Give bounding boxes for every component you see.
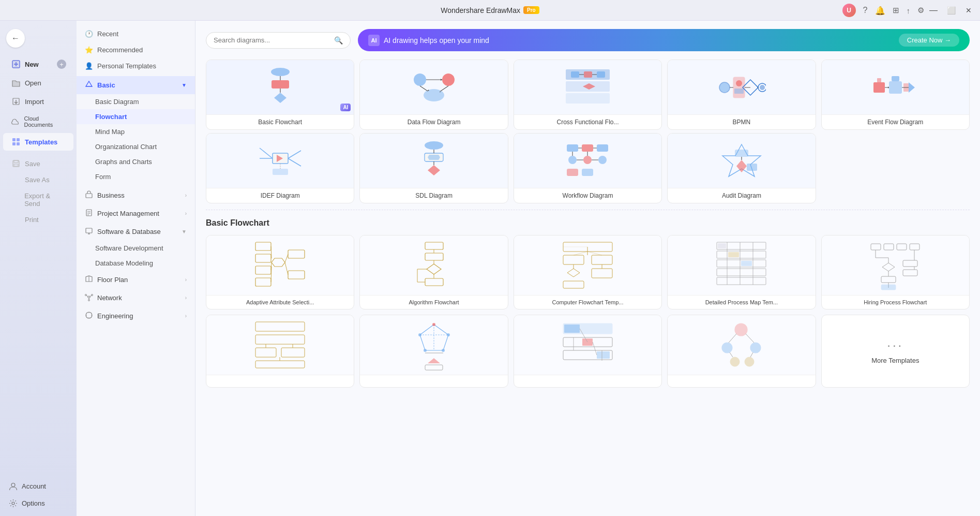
cat-sub-database-label: Database Modeling bbox=[95, 259, 153, 267]
cat-sub-flowchart[interactable]: Flowchart bbox=[77, 109, 195, 124]
template-card-more[interactable]: ··· More Templates bbox=[821, 315, 970, 388]
svg-rect-112 bbox=[255, 242, 271, 250]
diagram-card-idef[interactable]: IDEF Diagram bbox=[206, 133, 354, 203]
sidebar-item-save-as[interactable]: Save As bbox=[3, 172, 73, 187]
template-card-algorithm[interactable]: Algorithm Flowchart bbox=[359, 235, 508, 309]
template-label-algorithm: Algorithm Flowchart bbox=[360, 295, 507, 309]
svg-point-13 bbox=[12, 502, 14, 505]
sidebar-item-account[interactable]: Account bbox=[0, 478, 77, 495]
cat-floor-label: Floor Plan bbox=[97, 276, 128, 284]
cat-sub-form[interactable]: Form bbox=[77, 169, 195, 184]
ai-banner[interactable]: AI AI drawing helps open your mind Creat… bbox=[358, 29, 970, 51]
diagram-card-audit[interactable]: Audit Diagram bbox=[667, 133, 816, 203]
search-icon: 🔍 bbox=[334, 36, 343, 45]
sidebar-item-new[interactable]: New + bbox=[3, 55, 73, 73]
template-card-hiring[interactable]: Hiring Process Flowchart bbox=[821, 235, 970, 309]
sidebar-export-label: Export & Send bbox=[24, 192, 66, 208]
maximize-button[interactable]: ⬜ bbox=[943, 2, 959, 19]
cat-item-floor[interactable]: Floor Plan › bbox=[77, 271, 195, 289]
template-card-row2-2[interactable] bbox=[359, 315, 508, 388]
template-card-row2-4[interactable] bbox=[667, 315, 816, 388]
sidebar-item-print[interactable]: Print bbox=[3, 212, 73, 227]
svg-rect-52 bbox=[566, 93, 610, 104]
settings-icon[interactable]: ⚙ bbox=[917, 6, 924, 15]
search-input[interactable] bbox=[214, 36, 330, 44]
close-button[interactable]: ✕ bbox=[960, 2, 977, 19]
cat-item-personal[interactable]: 👤 Personal Templates bbox=[77, 58, 195, 74]
svg-marker-90 bbox=[428, 155, 440, 160]
svg-rect-158 bbox=[871, 244, 881, 250]
cat-sub-graphs[interactable]: Graphs and Charts bbox=[77, 154, 195, 169]
import-icon bbox=[10, 97, 22, 106]
sidebar: ← New + Open Import bbox=[0, 21, 77, 516]
svg-rect-126 bbox=[425, 253, 443, 260]
cat-item-business[interactable]: Business › bbox=[77, 186, 195, 204]
cat-sub-mind-map-label: Mind Map bbox=[95, 128, 125, 136]
back-button[interactable]: ← bbox=[0, 25, 77, 52]
plus-button[interactable]: + bbox=[57, 60, 66, 69]
template-label-row2-4 bbox=[668, 375, 815, 382]
network-chevron-icon: › bbox=[185, 295, 187, 301]
search-box[interactable]: 🔍 bbox=[206, 32, 351, 49]
svg-point-42 bbox=[442, 73, 455, 86]
diagram-card-workflow[interactable]: Workflow Diagram bbox=[514, 133, 662, 203]
diagram-card-bpmn[interactable]: BPMN bbox=[667, 60, 816, 130]
cat-item-software[interactable]: Software & Database ▼ bbox=[77, 223, 195, 241]
sidebar-item-export[interactable]: Export & Send bbox=[3, 188, 73, 211]
svg-rect-117 bbox=[288, 250, 305, 258]
template-card-computer-flowchart[interactable]: Computer Flowchart Temp... bbox=[514, 235, 662, 309]
diagram-card-data-flow[interactable]: Data Flow Diagram bbox=[359, 60, 508, 130]
svg-rect-151 bbox=[717, 277, 766, 285]
diagram-card-img-bpmn bbox=[668, 60, 815, 114]
sidebar-item-import[interactable]: Import bbox=[3, 93, 73, 110]
apps-icon[interactable]: ⊞ bbox=[893, 6, 899, 15]
project-icon bbox=[85, 209, 93, 218]
template-card-adaptive[interactable]: Adaptive Attribute Selecti... bbox=[206, 235, 354, 309]
template-card-img-row2-2 bbox=[360, 315, 507, 375]
svg-point-208 bbox=[745, 357, 754, 366]
upload-icon[interactable]: ↑ bbox=[907, 6, 911, 15]
svg-rect-150 bbox=[717, 269, 766, 276]
sidebar-item-cloud[interactable]: Cloud Documents bbox=[3, 111, 73, 132]
template-card-row2-3[interactable] bbox=[514, 315, 662, 388]
help-icon[interactable]: ? bbox=[863, 6, 868, 15]
diagram-card-img-cross-functional bbox=[514, 60, 661, 114]
cat-item-recommended[interactable]: ⭐ Recommended bbox=[77, 42, 195, 58]
sidebar-item-open[interactable]: Open bbox=[3, 74, 73, 92]
ai-create-button[interactable]: Create Now → bbox=[899, 34, 959, 47]
sidebar-item-options[interactable]: Options bbox=[0, 495, 77, 512]
svg-point-27 bbox=[88, 300, 90, 301]
titlebar: Wondershare EdrawMax Pro — ⬜ ✕ U ? 🔔 ⊞ ↑… bbox=[0, 0, 980, 21]
diagram-label-idef: IDEF Diagram bbox=[206, 188, 354, 203]
sidebar-item-templates[interactable]: Templates bbox=[3, 133, 73, 151]
sidebar-templates-label: Templates bbox=[25, 138, 57, 146]
diagram-card-cross-functional[interactable]: Cross Functional Flo... bbox=[514, 60, 662, 130]
basic-chevron-icon: ▼ bbox=[182, 82, 187, 88]
cat-item-engineering[interactable]: Engineering › bbox=[77, 307, 195, 325]
cat-item-basic[interactable]: Basic ▼ bbox=[77, 76, 195, 94]
cat-sub-basic-diagram[interactable]: Basic Diagram bbox=[77, 94, 195, 109]
svg-rect-70 bbox=[873, 82, 885, 93]
cat-sub-database[interactable]: Database Modeling bbox=[77, 256, 195, 271]
template-card-detailed-process[interactable]: Detailed Process Map Tem... bbox=[667, 235, 816, 309]
template-card-img-adaptive bbox=[206, 235, 354, 295]
sidebar-item-save[interactable]: Save bbox=[3, 156, 73, 171]
bell-icon[interactable]: 🔔 bbox=[875, 6, 885, 16]
user-avatar[interactable]: U bbox=[842, 4, 856, 17]
cat-item-project[interactable]: Project Management › bbox=[77, 204, 195, 223]
cat-item-network[interactable]: Network › bbox=[77, 289, 195, 307]
sidebar-options-label: Options bbox=[22, 499, 45, 507]
svg-rect-9 bbox=[17, 142, 20, 145]
cat-sub-software-dev[interactable]: Software Development bbox=[77, 241, 195, 256]
template-card-row2-1[interactable] bbox=[206, 315, 354, 388]
diagram-card-sdl[interactable]: SDL Diagram bbox=[359, 133, 508, 203]
cat-sub-org-chart[interactable]: Organizational Chart bbox=[77, 139, 195, 154]
cat-sub-mind-map[interactable]: Mind Map bbox=[77, 124, 195, 139]
svg-point-204 bbox=[735, 323, 747, 336]
svg-rect-171 bbox=[903, 260, 917, 267]
cat-item-recent[interactable]: 🕐 Recent bbox=[77, 26, 195, 42]
diagram-card-event-flow[interactable]: Event Flow Diagram bbox=[821, 60, 970, 130]
svg-line-83 bbox=[288, 151, 301, 158]
diagram-card-basic-flowchart[interactable]: AI Basic Flowchart bbox=[206, 60, 354, 130]
svg-line-28 bbox=[86, 296, 88, 297]
